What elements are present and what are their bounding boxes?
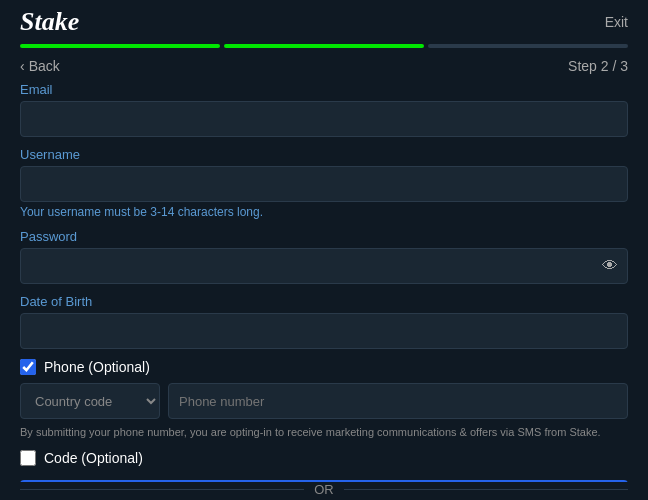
step-label: Step 2 / 3 <box>568 58 628 74</box>
code-label: Code (Optional) <box>44 450 143 466</box>
form-container: Email Username Your username must be 3-1… <box>0 82 648 482</box>
progress-segment-1 <box>20 44 220 48</box>
phone-inputs-row: Country code <box>20 383 628 419</box>
email-label: Email <box>20 82 628 97</box>
phone-checkbox[interactable] <box>20 359 36 375</box>
sms-disclaimer: By submitting your phone number, you are… <box>20 425 628 440</box>
email-input[interactable] <box>20 101 628 137</box>
nav-row: ‹ Back Step 2 / 3 <box>0 48 648 82</box>
code-checkbox-row: Code (Optional) <box>20 450 628 466</box>
progress-bar <box>0 44 648 48</box>
password-input[interactable] <box>20 248 628 284</box>
exit-button[interactable]: Exit <box>605 14 628 30</box>
progress-segment-3 <box>428 44 628 48</box>
phone-checkbox-row: Phone (Optional) <box>20 359 628 375</box>
username-field-group: Username Your username must be 3-14 char… <box>20 147 628 219</box>
password-field-group: Password 👁 <box>20 229 628 284</box>
back-button[interactable]: ‹ Back <box>20 58 60 74</box>
phone-label: Phone (Optional) <box>44 359 150 375</box>
back-chevron-icon: ‹ <box>20 58 25 74</box>
email-field-group: Email <box>20 82 628 137</box>
or-line-right <box>344 489 628 490</box>
username-input[interactable] <box>20 166 628 202</box>
eye-icon[interactable]: 👁 <box>602 257 618 275</box>
dob-input[interactable] <box>20 313 628 349</box>
phone-number-input[interactable] <box>168 383 628 419</box>
or-text: OR <box>314 482 334 497</box>
country-code-select[interactable]: Country code <box>20 383 160 419</box>
dob-field-group: Date of Birth <box>20 294 628 349</box>
code-checkbox[interactable] <box>20 450 36 466</box>
progress-segment-2 <box>224 44 424 48</box>
password-wrapper: 👁 <box>20 248 628 284</box>
password-label: Password <box>20 229 628 244</box>
back-label: Back <box>29 58 60 74</box>
dob-label: Date of Birth <box>20 294 628 309</box>
or-line-left <box>20 489 304 490</box>
header: Stake Exit <box>0 0 648 44</box>
username-label: Username <box>20 147 628 162</box>
username-hint: Your username must be 3-14 characters lo… <box>20 205 628 219</box>
or-divider: OR <box>0 482 648 497</box>
logo: Stake <box>20 7 79 37</box>
